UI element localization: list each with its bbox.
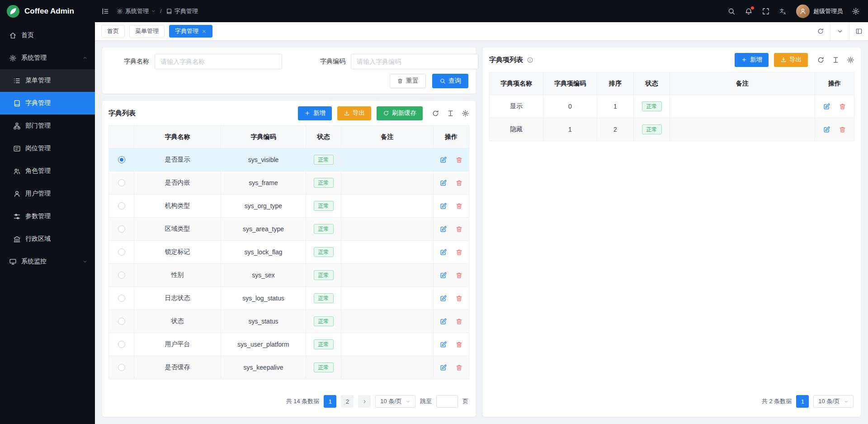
notification-bell-icon[interactable] <box>745 7 753 15</box>
edit-icon[interactable] <box>823 126 830 133</box>
edit-icon[interactable] <box>439 295 447 302</box>
tab-dict-mgmt[interactable]: 字典管理 <box>169 25 212 38</box>
table-row[interactable]: 用户平台 sys_user_platform 正常 <box>109 333 469 356</box>
delete-icon[interactable] <box>839 103 846 110</box>
export-button[interactable]: 导出 <box>337 106 371 120</box>
refresh-table-icon[interactable] <box>817 56 825 64</box>
app-logo[interactable]: Coffee Admin <box>0 0 95 22</box>
table-row[interactable]: 是否内嵌 sys_frame 正常 <box>109 171 469 194</box>
jump-page-input[interactable] <box>436 395 458 408</box>
delete-icon[interactable] <box>455 364 463 372</box>
sidebar-item-system-mgmt[interactable]: 系统管理 <box>0 47 95 69</box>
page-1-button[interactable]: 1 <box>796 395 809 408</box>
avatar[interactable] <box>796 5 810 18</box>
delete-icon[interactable] <box>455 295 463 302</box>
table-row[interactable]: 锁定标记 sys_lock_flag 正常 <box>109 240 469 263</box>
page-1-button[interactable]: 1 <box>324 395 336 408</box>
edit-icon[interactable] <box>439 225 447 233</box>
row-radio-button[interactable] <box>118 341 125 348</box>
table-settings-icon[interactable] <box>462 110 469 117</box>
username[interactable]: 超级管理员 <box>813 7 843 15</box>
info-icon[interactable] <box>527 57 533 63</box>
table-row[interactable]: 日志状态 sys_log_status 正常 <box>109 286 469 310</box>
status-badge: 正常 <box>314 293 334 303</box>
layout-toggle-icon[interactable] <box>849 22 868 40</box>
delete-icon[interactable] <box>455 179 463 187</box>
table-row[interactable]: 是否显示 sys_visible 正常 <box>109 148 469 171</box>
chevron-down-icon[interactable] <box>830 22 849 40</box>
breadcrumb-dict-mgmt[interactable]: 字典管理 <box>166 7 198 15</box>
row-radio-button[interactable] <box>118 179 125 186</box>
table-row[interactable]: 性别 sys_sex 正常 <box>109 263 469 286</box>
refresh-cache-button[interactable]: 刷新缓存 <box>377 106 423 120</box>
edit-icon[interactable] <box>823 103 830 110</box>
edit-icon[interactable] <box>439 272 447 279</box>
table-row[interactable]: 机构类型 sys_org_type 正常 <box>109 194 469 217</box>
refresh-table-icon[interactable] <box>432 110 439 117</box>
sidebar-item-post-mgmt[interactable]: 岗位管理 <box>0 137 95 160</box>
delete-icon[interactable] <box>839 126 846 133</box>
fullscreen-icon[interactable] <box>762 7 770 15</box>
column-setting-icon[interactable] <box>447 110 454 117</box>
table-row[interactable]: 状态 sys_status 正常 <box>109 310 469 333</box>
row-radio-button[interactable] <box>118 295 125 302</box>
column-header-dict-code: 字典编码 <box>221 126 306 148</box>
query-button[interactable]: 查询 <box>432 74 468 88</box>
row-radio-button[interactable] <box>118 364 125 371</box>
delete-icon[interactable] <box>455 341 463 348</box>
edit-icon[interactable] <box>439 341 447 348</box>
edit-icon[interactable] <box>439 318 447 325</box>
row-radio-button[interactable] <box>118 156 125 163</box>
sidebar-item-home[interactable]: 首页 <box>0 24 95 47</box>
row-radio-button[interactable] <box>118 202 125 210</box>
delete-icon[interactable] <box>455 248 463 256</box>
sidebar-collapse-icon[interactable] <box>101 7 109 15</box>
export-item-button[interactable]: 导出 <box>774 53 808 67</box>
delete-icon[interactable] <box>455 156 463 164</box>
edit-icon[interactable] <box>439 156 447 164</box>
row-radio-button[interactable] <box>118 318 125 325</box>
page-size-select[interactable]: 10 条/页 <box>375 395 415 408</box>
delete-icon[interactable] <box>455 225 463 233</box>
delete-icon[interactable] <box>455 318 463 325</box>
column-setting-icon[interactable] <box>832 56 840 64</box>
tab-home[interactable]: 首页 <box>101 25 125 38</box>
table-row[interactable]: 是否缓存 sys_keepalive 正常 <box>109 356 469 379</box>
row-radio-button[interactable] <box>118 248 125 256</box>
sidebar-item-dept-mgmt[interactable]: 部门管理 <box>0 114 95 137</box>
sidebar-item-menu-mgmt[interactable]: 菜单管理 <box>0 69 95 92</box>
sidebar-item-role-mgmt[interactable]: 角色管理 <box>0 160 95 182</box>
sidebar-item-dict-mgmt[interactable]: 字典管理 <box>0 92 95 114</box>
sidebar-item-system-monitor[interactable]: 系统监控 <box>0 250 95 273</box>
search-icon[interactable] <box>727 7 736 15</box>
tab-menu-mgmt[interactable]: 菜单管理 <box>129 25 165 38</box>
delete-icon[interactable] <box>455 202 463 210</box>
add-button[interactable]: 新增 <box>298 106 332 120</box>
add-item-button[interactable]: 新增 <box>735 53 769 67</box>
dict-name-input[interactable] <box>155 54 282 69</box>
sidebar-item-region[interactable]: 行政区域 <box>0 228 95 250</box>
edit-icon[interactable] <box>439 179 447 187</box>
table-row[interactable]: 区域类型 sys_area_type 正常 <box>109 217 469 240</box>
close-icon[interactable] <box>202 29 207 34</box>
settings-gear-icon[interactable] <box>852 7 860 15</box>
edit-icon[interactable] <box>439 202 447 210</box>
sidebar-item-user-mgmt[interactable]: 用户管理 <box>0 182 95 205</box>
translate-icon[interactable]: 文A <box>779 7 787 15</box>
table-settings-icon[interactable] <box>847 56 854 64</box>
row-radio-button[interactable] <box>118 272 125 279</box>
reset-button[interactable]: 重置 <box>390 74 426 88</box>
delete-icon[interactable] <box>455 272 463 279</box>
breadcrumb-system-mgmt[interactable]: 系统管理 <box>117 7 156 15</box>
dict-code-input[interactable] <box>351 54 478 69</box>
next-page-button[interactable] <box>358 395 371 408</box>
edit-icon[interactable] <box>439 248 447 256</box>
row-radio-button[interactable] <box>118 225 125 233</box>
table-row[interactable]: 隐藏 1 2 正常 <box>490 118 854 141</box>
refresh-tab-icon[interactable] <box>811 22 830 40</box>
page-size-select[interactable]: 10 条/页 <box>813 395 854 408</box>
table-row[interactable]: 显示 0 1 正常 <box>490 95 854 118</box>
page-2-button[interactable]: 2 <box>341 395 354 408</box>
sidebar-item-param-mgmt[interactable]: 参数管理 <box>0 205 95 228</box>
edit-icon[interactable] <box>439 364 447 372</box>
